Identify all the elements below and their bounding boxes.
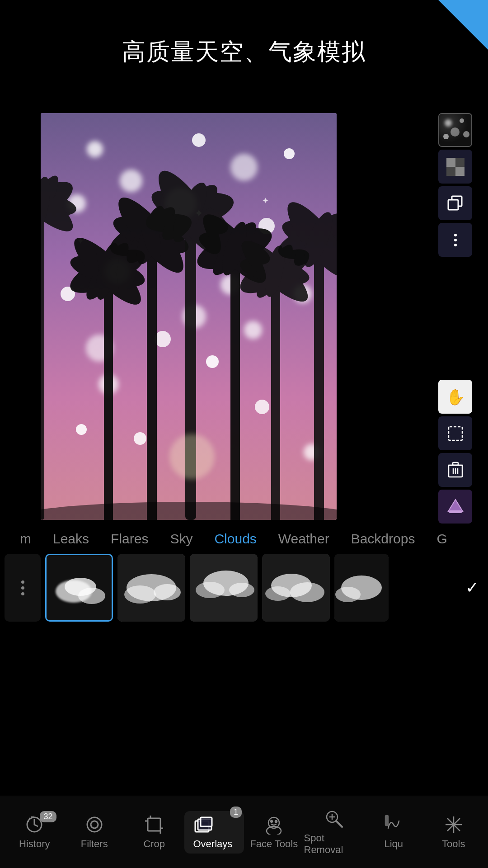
svg-rect-115 bbox=[148, 818, 160, 831]
category-tab-leaks[interactable]: Leaks bbox=[42, 528, 100, 550]
svg-rect-52 bbox=[230, 249, 240, 520]
svg-line-128 bbox=[336, 821, 342, 827]
category-tab-sky[interactable]: Sky bbox=[159, 528, 203, 550]
svg-rect-81 bbox=[455, 167, 465, 176]
nav-item-crop[interactable]: Crop bbox=[124, 815, 184, 850]
thumb-item-5[interactable] bbox=[334, 554, 389, 622]
category-tab-g[interactable]: G bbox=[426, 528, 458, 550]
nav-item-overlays[interactable]: 1 Overlays bbox=[184, 811, 244, 854]
svg-point-75 bbox=[450, 127, 460, 137]
checkerboard-btn[interactable] bbox=[438, 150, 472, 184]
svg-rect-64 bbox=[314, 240, 324, 520]
svg-point-77 bbox=[463, 131, 469, 137]
thumb-item-4[interactable] bbox=[262, 554, 330, 622]
svg-point-71 bbox=[169, 434, 215, 479]
svg-point-96 bbox=[65, 578, 96, 596]
move-tool-btn[interactable]: ✋ bbox=[438, 380, 472, 414]
bottom-nav: 32 History Filters Crop 1 bbox=[0, 796, 488, 868]
svg-rect-92 bbox=[449, 510, 462, 513]
svg-marker-91 bbox=[448, 500, 463, 511]
svg-point-124 bbox=[267, 826, 281, 835]
svg-rect-32 bbox=[104, 271, 113, 520]
svg-point-1 bbox=[87, 141, 103, 157]
thumb-more-btn[interactable] bbox=[5, 554, 41, 622]
svg-rect-84 bbox=[449, 427, 462, 440]
nav-label-crop: Crop bbox=[143, 838, 165, 850]
history-badge: 32 bbox=[40, 811, 56, 822]
category-tab-m[interactable]: m bbox=[9, 528, 42, 550]
nav-label-liqu: Liqu bbox=[384, 838, 403, 850]
svg-rect-72 bbox=[439, 114, 472, 147]
nav-label-face-tools: Face Tools bbox=[250, 838, 298, 850]
nav-item-face-tools[interactable]: Face Tools bbox=[244, 815, 304, 850]
svg-point-74 bbox=[460, 118, 464, 123]
svg-text:✦: ✦ bbox=[262, 196, 269, 205]
right-toolbar-bottom: ✋ bbox=[438, 380, 474, 524]
more-options-btn[interactable] bbox=[438, 223, 472, 257]
svg-point-103 bbox=[196, 582, 225, 598]
nav-item-filters[interactable]: Filters bbox=[65, 815, 125, 850]
overlay-thumbnail-btn[interactable] bbox=[438, 113, 472, 147]
nav-item-history[interactable]: 32 History bbox=[5, 815, 65, 850]
svg-rect-87 bbox=[453, 462, 458, 465]
nav-item-liqu[interactable]: Liqu bbox=[364, 815, 424, 850]
category-tab-clouds[interactable]: Clouds bbox=[203, 528, 267, 550]
thumb-item-3[interactable] bbox=[190, 554, 258, 622]
nav-label-spot-removal: Spot Removal bbox=[304, 832, 364, 856]
svg-point-125 bbox=[271, 821, 272, 822]
svg-rect-58 bbox=[271, 271, 280, 520]
svg-point-113 bbox=[87, 817, 102, 832]
svg-point-14 bbox=[206, 355, 219, 368]
svg-point-126 bbox=[275, 821, 277, 822]
svg-point-108 bbox=[265, 586, 291, 601]
svg-point-13 bbox=[155, 331, 171, 347]
duplicate-btn[interactable] bbox=[438, 186, 472, 220]
nav-item-tools[interactable]: Tools bbox=[424, 815, 484, 850]
nav-label-filters: Filters bbox=[81, 838, 108, 850]
svg-rect-79 bbox=[455, 158, 465, 167]
category-tabs: m Leaks Flares Sky Clouds Weather Backdr… bbox=[0, 525, 488, 552]
svg-rect-80 bbox=[446, 167, 455, 176]
thumb-item-1[interactable] bbox=[45, 554, 113, 622]
svg-point-2 bbox=[120, 170, 142, 192]
nav-label-history: History bbox=[19, 838, 50, 850]
svg-point-16 bbox=[255, 400, 269, 414]
svg-point-76 bbox=[443, 134, 449, 139]
svg-point-111 bbox=[335, 587, 361, 602]
delete-btn[interactable] bbox=[438, 453, 472, 487]
svg-point-3 bbox=[192, 133, 206, 147]
nav-label-tools: Tools bbox=[442, 838, 465, 850]
main-canvas[interactable]: ✦ ✦ ✦ bbox=[41, 113, 337, 520]
svg-point-107 bbox=[290, 582, 324, 602]
thumbnails-row: ✓ bbox=[0, 552, 488, 624]
svg-rect-78 bbox=[446, 158, 455, 167]
svg-point-17 bbox=[76, 424, 87, 435]
nav-label-overlays: Overlays bbox=[193, 838, 233, 849]
svg-point-99 bbox=[124, 585, 156, 604]
svg-point-20 bbox=[134, 432, 146, 445]
category-tab-backdrops[interactable]: Backdrops bbox=[340, 528, 426, 550]
eraser-btn[interactable] bbox=[438, 490, 472, 524]
svg-rect-83 bbox=[448, 200, 458, 210]
svg-point-21 bbox=[244, 321, 262, 339]
nav-item-spot-removal[interactable]: Spot Removal bbox=[304, 809, 364, 856]
category-tab-flares[interactable]: Flares bbox=[100, 528, 159, 550]
svg-rect-39 bbox=[147, 235, 157, 520]
select-tool-btn[interactable] bbox=[438, 416, 472, 450]
right-toolbar-top bbox=[438, 113, 474, 257]
svg-point-114 bbox=[91, 821, 98, 828]
category-tab-weather[interactable]: Weather bbox=[267, 528, 340, 550]
svg-point-100 bbox=[154, 584, 181, 600]
thumb-item-2[interactable] bbox=[117, 554, 185, 622]
svg-point-104 bbox=[229, 583, 254, 597]
svg-point-73 bbox=[445, 119, 452, 127]
page-title: 高质量天空、气象模拟 bbox=[0, 36, 488, 68]
confirm-check[interactable]: ✓ bbox=[465, 578, 479, 597]
svg-point-5 bbox=[284, 148, 295, 159]
svg-rect-131 bbox=[385, 816, 388, 826]
svg-point-4 bbox=[230, 154, 258, 181]
svg-rect-122 bbox=[201, 817, 212, 826]
svg-rect-26 bbox=[41, 203, 44, 520]
